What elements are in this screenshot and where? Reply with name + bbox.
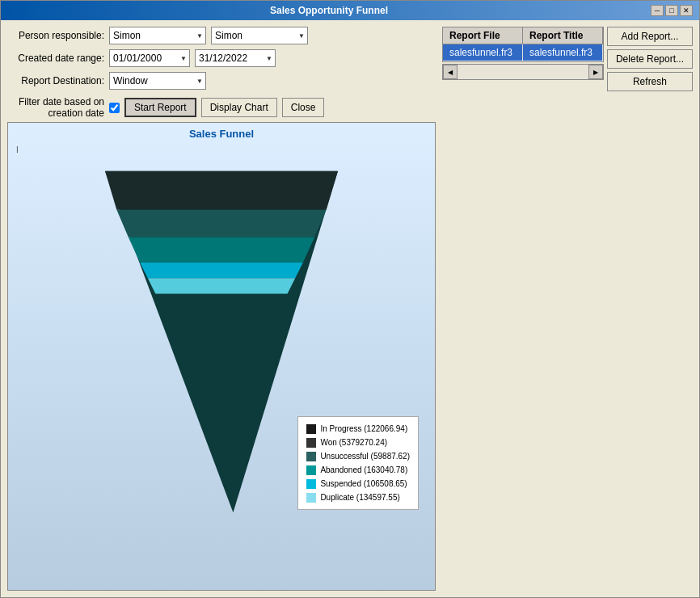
person-row: Person responsible: Simon Simon (7, 27, 436, 44)
table-row[interactable]: salesfunnel.fr3 salesfunnel.fr3 (443, 44, 603, 61)
legend-label-0: In Progress (122066.94) (320, 422, 407, 436)
legend-item-2: Unsuccessful (59887.62) (306, 449, 410, 463)
chart-title: Sales Funnel (8, 128, 435, 140)
date-to-wrapper (195, 49, 276, 67)
legend-item-4: Suspended (106508.65) (306, 477, 410, 491)
funnel-layer-abandoned (129, 237, 314, 263)
legend-color-1 (306, 438, 316, 448)
col-title: Report Title (523, 27, 603, 44)
filter-checkbox[interactable] (109, 103, 120, 113)
close-button[interactable]: Close (282, 98, 325, 117)
date-from-wrapper (109, 49, 190, 67)
chart-area: Sales Funnel I (7, 122, 436, 591)
funnel-layer-unsuccessful (116, 210, 326, 238)
refresh-button[interactable]: Refresh (607, 72, 693, 91)
legend-color-0 (306, 424, 316, 434)
minimize-button[interactable]: ─ (651, 5, 664, 16)
display-chart-button[interactable]: Display Chart (201, 98, 277, 117)
delete-report-button[interactable]: Delete Report... (607, 49, 693, 69)
content-area: Person responsible: Simon Simon Created … (1, 20, 699, 597)
person-label: Person responsible: (7, 30, 104, 41)
chart-legend: In Progress (122066.94) Won (5379270.24)… (297, 416, 419, 510)
funnel-layer-won (105, 171, 338, 210)
legend-item-0: In Progress (122066.94) (306, 422, 410, 436)
maximize-button[interactable]: □ (665, 5, 678, 16)
table-body: salesfunnel.fr3 salesfunnel.fr3 (443, 44, 603, 61)
add-report-button[interactable]: Add Report... (607, 27, 693, 46)
report-table: Report File Report Title salesfunnel.fr3… (442, 27, 604, 62)
destination-select[interactable]: Window Printer PDF (109, 72, 206, 90)
legend-label-4: Suspended (106508.65) (320, 477, 407, 491)
funnel-layer-duplicate (148, 278, 295, 293)
legend-label-5: Duplicate (134597.55) (320, 491, 399, 504)
main-window: Sales Opportunity Funnel ─ □ ✕ Person re… (0, 0, 700, 598)
col-file: Report File (443, 27, 523, 44)
horizontal-scrollbar[interactable]: ◀ ▶ (442, 64, 604, 80)
destination-row: Report Destination: Window Printer PDF (7, 72, 436, 90)
start-report-button[interactable]: Start Report (124, 98, 196, 117)
destination-select-wrapper: Window Printer PDF (109, 72, 206, 90)
legend-color-4 (306, 479, 316, 489)
legend-label-3: Abandoned (163040.78) (320, 463, 407, 477)
legend-color-2 (306, 452, 316, 461)
legend-color-3 (306, 465, 316, 475)
date-range-label: Created date range: (7, 53, 104, 64)
title-bar: Sales Opportunity Funnel ─ □ ✕ (1, 1, 699, 20)
person-select-2-wrapper: Simon (211, 27, 308, 44)
person-select-1[interactable]: Simon (109, 27, 206, 44)
action-buttons-row: Filter date based on creation date Start… (7, 96, 436, 119)
funnel-container: In Progress (122066.94) Won (5379270.24)… (8, 140, 435, 583)
scroll-track (458, 65, 588, 79)
filter-label: Filter date based on creation date (7, 96, 104, 119)
close-window-button[interactable]: ✕ (680, 5, 693, 16)
cell-file: salesfunnel.fr3 (443, 44, 523, 61)
person-select-2[interactable]: Simon (211, 27, 308, 44)
legend-item-1: Won (5379270.24) (306, 436, 410, 449)
right-panel: Report File Report Title salesfunnel.fr3… (442, 27, 693, 591)
legend-color-5 (306, 493, 316, 503)
table-section: Report File Report Title salesfunnel.fr3… (442, 27, 604, 80)
legend-label-2: Unsuccessful (59887.62) (320, 449, 410, 463)
funnel-layer-suspended (140, 263, 303, 278)
left-panel: Person responsible: Simon Simon Created … (7, 27, 436, 591)
date-range-row: Created date range: (7, 49, 436, 67)
legend-item-5: Duplicate (134597.55) (306, 491, 410, 504)
scroll-right-button[interactable]: ▶ (588, 65, 603, 79)
window-title: Sales Opportunity Funnel (7, 5, 651, 16)
cell-title: salesfunnel.fr3 (523, 44, 603, 61)
scroll-left-button[interactable]: ◀ (443, 65, 458, 79)
person-select-1-wrapper: Simon (109, 27, 206, 44)
right-panel-content: Report File Report Title salesfunnel.fr3… (442, 27, 693, 91)
destination-label: Report Destination: (7, 75, 104, 86)
date-to-input[interactable] (195, 49, 276, 67)
date-from-input[interactable] (109, 49, 190, 67)
right-action-buttons: Add Report... Delete Report... Refresh (607, 27, 693, 91)
table-header: Report File Report Title (443, 27, 603, 44)
legend-label-1: Won (5379270.24) (320, 436, 387, 449)
title-bar-controls: ─ □ ✕ (651, 5, 693, 16)
legend-item-3: Abandoned (163040.78) (306, 463, 410, 477)
